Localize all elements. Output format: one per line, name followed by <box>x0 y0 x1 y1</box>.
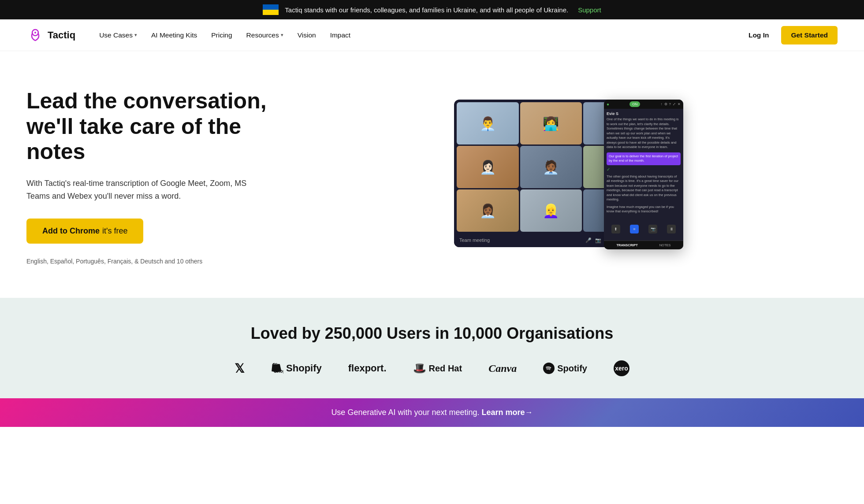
nav-pricing[interactable]: Pricing <box>205 28 238 43</box>
hero-title: Lead the conversation, we'll take care o… <box>26 89 282 165</box>
panel-highlight: Our goal is to deliver the first iterati… <box>607 152 681 165</box>
hero-content: Lead the conversation, we'll take care o… <box>26 89 282 264</box>
shopify-logo: Shopify Shopify <box>271 362 322 374</box>
panel-icons: ↑⚙?⤢✕ <box>661 102 681 106</box>
canva-logo: Canva <box>488 363 517 374</box>
meeting-label: Team meeting <box>459 237 490 243</box>
meeting-cell: 👨‍💼 <box>457 102 519 145</box>
panel-text-2: The other good thing about having transc… <box>607 174 681 202</box>
banner-message: Tactiq stands with our friends, colleagu… <box>285 6 568 14</box>
xero-logo: xero <box>614 360 629 376</box>
ukraine-banner: Tactiq stands with our friends, colleagu… <box>0 0 864 19</box>
login-button[interactable]: Log In <box>743 28 775 43</box>
loved-title: Loved by 250,000 Users in 10,000 Organis… <box>26 324 838 343</box>
hero-image: 👨‍💼 👩‍💻 👩🏽‍💼 👩🏻‍💼 🧑🏾‍💼 👨🏼‍💼 👩🏾‍💼 👱‍♀️ 🧑🏻… <box>300 100 838 254</box>
brand-logos-row: 𝕏 Shopify Shopify flexport. 🎩 Red Hat Ca… <box>26 360 838 376</box>
tab-transcript[interactable]: TRANSCRIPT <box>616 243 637 247</box>
bottom-banner-link[interactable]: Learn more→ <box>482 408 533 417</box>
nav-vision[interactable]: Vision <box>291 28 322 43</box>
meeting-cell: 👱‍♀️ <box>520 189 582 232</box>
nav-actions: Log In Get Started <box>743 26 838 44</box>
nav-resources[interactable]: Resources ▾ <box>240 28 290 43</box>
pause-icon[interactable]: ⏸ <box>667 225 676 233</box>
tactiq-panel: ● ON ↑⚙?⤢✕ Evie S One of the things we w… <box>604 100 683 249</box>
support-link[interactable]: Support <box>578 6 601 14</box>
panel-speaker: Evie S <box>607 111 681 116</box>
spotify-icon <box>543 363 555 374</box>
hero-subtitle: With Tactiq's real-time transcription of… <box>26 177 247 203</box>
panel-check: ✓ <box>607 167 681 172</box>
logo-text: Tactiq <box>48 30 75 41</box>
navbar: Tactiq Use Cases ▾ AI Meeting Kits Prici… <box>0 19 864 51</box>
nav-impact[interactable]: Impact <box>324 28 357 43</box>
tab-notes[interactable]: NOTES <box>659 243 671 247</box>
transcript-icon[interactable]: ≡ <box>630 225 639 233</box>
chevron-down-icon: ▾ <box>134 32 137 38</box>
panel-topbar: ● ON ↑⚙?⤢✕ <box>604 100 683 109</box>
bottom-banner-text: Use Generative AI with your next meeting… <box>331 408 479 417</box>
loved-section: Loved by 250,000 Users in 10,000 Organis… <box>0 298 864 398</box>
spotify-logo: Spotify <box>543 363 587 374</box>
meeting-mock: 👨‍💼 👩‍💻 👩🏽‍💼 👩🏻‍💼 🧑🏾‍💼 👨🏼‍💼 👩🏾‍💼 👱‍♀️ 🧑🏻… <box>454 100 683 254</box>
shopify-icon: Shopify <box>271 362 283 374</box>
redhat-logo: 🎩 Red Hat <box>413 362 462 374</box>
tactiq-logo-icon <box>26 26 44 44</box>
panel-body: Evie S One of the things we want to do i… <box>604 109 683 219</box>
meeting-cell: 🧑🏾‍💼 <box>520 146 582 188</box>
chevron-down-icon: ▾ <box>281 32 283 38</box>
meeting-cell: 👩‍💻 <box>520 102 582 145</box>
panel-footer: TRANSCRIPT NOTES <box>604 241 683 249</box>
panel-text-1: One of the things we want to do in this … <box>607 117 681 150</box>
bottom-banner: Use Generative AI with your next meeting… <box>0 398 864 427</box>
panel-action-icons: ⬆ ≡ 📷 ⏸ <box>604 223 683 235</box>
flexport-logo: flexport. <box>348 363 387 374</box>
nav-links: Use Cases ▾ AI Meeting Kits Pricing Reso… <box>93 28 743 43</box>
hero-section: Lead the conversation, we'll take care o… <box>0 51 864 298</box>
get-started-button[interactable]: Get Started <box>781 26 838 44</box>
meeting-cell: 👩🏻‍💼 <box>457 146 519 188</box>
nav-ai-meeting-kits[interactable]: AI Meeting Kits <box>145 28 203 43</box>
camera-icon[interactable]: 📷 <box>648 225 657 233</box>
share-icon[interactable]: ⬆ <box>611 225 620 233</box>
logo-link[interactable]: Tactiq <box>26 26 75 44</box>
nav-use-cases[interactable]: Use Cases ▾ <box>93 28 143 43</box>
panel-text-3: Imagine how much engaged you can be if y… <box>607 205 681 214</box>
add-to-chrome-button[interactable]: Add to Chrome it's free <box>26 219 143 244</box>
meeting-cell: 👩🏾‍💼 <box>457 189 519 232</box>
svg-point-1 <box>34 32 36 33</box>
panel-toggle[interactable]: ON <box>629 101 640 107</box>
svg-text:Shopify: Shopify <box>274 368 283 374</box>
hero-languages: English, Español, Português, Français, &… <box>26 258 282 265</box>
twitter-logo: 𝕏 <box>235 361 245 376</box>
ukraine-flag <box>263 4 279 15</box>
redhat-hat-icon: 🎩 <box>413 362 426 374</box>
